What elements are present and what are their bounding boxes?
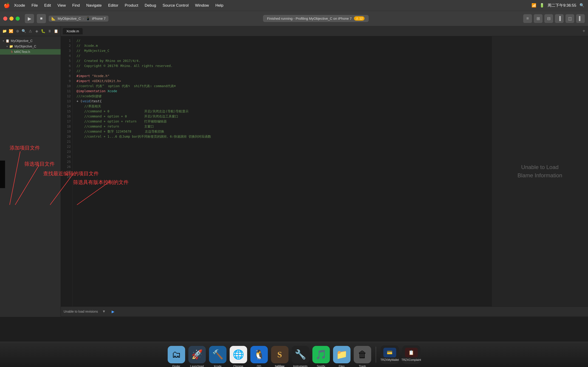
close-button[interactable] xyxy=(3,17,7,21)
blame-unable-text: Unable to Load Blame Information xyxy=(518,163,562,180)
code-line-15: @implementation Xcode xyxy=(77,89,488,94)
revision-bar: Unable to load revisions ▼ ▶ xyxy=(61,307,588,317)
code-content[interactable]: // // Xcode.m // MyObjective_C // // Cre… xyxy=(73,36,492,307)
trzxmywallet-label: TRZXMyWallet xyxy=(380,358,399,361)
debug-panel-toggle[interactable]: ◫ xyxy=(565,14,574,23)
dock-qq[interactable]: 🐧 QQ xyxy=(250,346,268,363)
code-line-22: //command + 0 开启/关闭左边(导航)导航显示 xyxy=(77,109,488,114)
menu-find[interactable]: Find xyxy=(72,3,80,8)
apple-logo-icon[interactable]: 🍎 xyxy=(4,2,10,8)
menu-xcode[interactable]: Xcode xyxy=(14,3,25,8)
dock-xcode-label: Xcode xyxy=(214,365,221,367)
run-button[interactable]: ▶ xyxy=(25,14,34,23)
dock-launchpad[interactable]: 🚀 Launchpad xyxy=(188,346,206,363)
menu-items: Xcode File Edit View Find Navigate Edito… xyxy=(14,3,224,8)
debug-navigator-icon[interactable]: 🐛 xyxy=(40,27,46,35)
trzxcomplaint-label: TRZXComplaint xyxy=(401,358,421,361)
code-line-13: //control 代表^ option 代表⌥ shift代表⇧ comman… xyxy=(77,83,488,89)
menu-navigate[interactable]: Navigate xyxy=(86,3,102,8)
breakpoint-navigator-icon[interactable]: ⏸ xyxy=(47,27,52,35)
revision-collapse-icon[interactable]: ▼ xyxy=(101,308,107,315)
menu-window[interactable]: Window xyxy=(195,3,209,8)
right-panel-toggle[interactable]: ▌ xyxy=(576,14,585,23)
dock-trzxcomplaint[interactable]: 📋 TRZXComplaint xyxy=(402,345,421,364)
code-line-2: // Xcode.m xyxy=(77,43,488,48)
menu-editor[interactable]: Editor xyxy=(108,3,118,8)
dock-trash-label: Trash xyxy=(359,365,366,367)
warning-badge[interactable]: ⚠ 12 xyxy=(354,16,364,21)
code-line-21: //界面相关 xyxy=(77,104,488,109)
search-icon[interactable]: 🔍 xyxy=(579,3,584,8)
file-tree-project[interactable]: ▾ 📋 MyObjective_C xyxy=(0,38,61,44)
code-line-5: // Created by Rhino on 2017/4/4. xyxy=(77,58,488,63)
issue-navigator-icon[interactable]: ⚠ xyxy=(27,27,33,35)
revision-action-icon[interactable]: ▶ xyxy=(110,308,116,315)
black-rect-decoration xyxy=(0,161,5,188)
status-message: Finished running - Profiling MyObjective… xyxy=(267,17,352,20)
dock-sublime[interactable]: S Sublime xyxy=(271,346,288,363)
blame-title: Unable to Load xyxy=(518,163,562,171)
symbol-navigator-icon[interactable]: ⊕ xyxy=(15,27,20,35)
version-editor-icon[interactable]: ⊟ xyxy=(544,14,553,23)
traffic-lights xyxy=(3,17,20,21)
code-line-19: + (void)test{ xyxy=(77,99,488,104)
dock-files[interactable]: 📁 Files xyxy=(333,346,351,363)
scheme-sep: › xyxy=(83,17,84,20)
add-tab-button[interactable]: + xyxy=(582,28,585,34)
code-line-18: ///xcode快捷键 xyxy=(77,94,488,99)
left-panel-toggle[interactable]: ▐ xyxy=(555,14,564,23)
menu-edit[interactable]: Edit xyxy=(44,3,51,8)
menu-debug[interactable]: Debug xyxy=(145,3,156,8)
dock-finder[interactable]: 🗂 Finder xyxy=(168,346,185,363)
file-navigator-icon[interactable]: 📁 xyxy=(2,27,7,35)
code-line-24: //command + option + return 打开辅助编辑器 xyxy=(77,119,488,124)
dock-spotify[interactable]: 🎵 Spotify xyxy=(312,346,330,363)
test-navigator-icon[interactable]: ◈ xyxy=(34,27,40,35)
project-label: MyObjective_C xyxy=(11,39,33,43)
scheme-selector[interactable]: 📐 MyObjective_C › 📱 iPhone 7 xyxy=(49,16,108,22)
menu-product[interactable]: Product xyxy=(125,3,138,8)
wifi-icon: 📶 xyxy=(531,3,536,8)
scheme-name: MyObjective_C xyxy=(58,17,81,20)
menu-file[interactable]: File xyxy=(32,3,38,8)
dock-files-label: Files xyxy=(339,365,345,367)
debug-content xyxy=(0,317,588,344)
file-tree-header[interactable]: h MRCTest.h xyxy=(0,49,61,55)
dock-trash[interactable]: 🗑 Trash xyxy=(354,346,371,363)
editor-layout-icon[interactable]: ≡ xyxy=(523,14,532,23)
revision-label: Unable to load revisions xyxy=(64,310,98,313)
menu-help[interactable]: Help xyxy=(216,3,224,8)
dock-chrome[interactable]: 🌐 Chrome xyxy=(230,346,247,363)
header-file-label: MRCTest.h xyxy=(14,50,30,54)
blame-subtitle: Blame Information xyxy=(518,171,562,180)
blame-panel: Unable to Load Blame Information xyxy=(492,36,588,307)
dock-sublime-label: Sublime xyxy=(275,365,284,367)
tab-label: Xcode.m xyxy=(66,29,79,33)
minimize-button[interactable] xyxy=(9,17,14,21)
code-editor[interactable]: 12345 678910 1112131415 1617181920 21222… xyxy=(61,36,588,307)
battery-icon: 🔋 xyxy=(540,3,544,8)
dock-xcode[interactable]: 🔨 Xcode xyxy=(209,346,226,363)
folder-label: MyObjective_C xyxy=(15,44,36,48)
assistant-editor-icon[interactable]: ⊞ xyxy=(534,14,543,23)
find-navigator-icon[interactable]: 🔍 xyxy=(21,27,27,35)
disclosure-arrow-folder-icon: ▾ xyxy=(6,45,8,48)
log-navigator-icon[interactable]: 📋 xyxy=(53,27,59,35)
maximize-button[interactable] xyxy=(16,17,20,21)
tab-xcode-m[interactable]: Xcode.m xyxy=(63,28,83,34)
code-line-23: //command + option + 0 开启/关闭右边工具窗口 xyxy=(77,114,488,119)
dock-instruments-label: Instruments xyxy=(293,365,308,367)
menu-source-control[interactable]: Source Control xyxy=(163,3,189,8)
dock-trzxmywallet[interactable]: 💳 TRZXMyWallet xyxy=(380,345,399,364)
code-line-4: // xyxy=(77,53,488,58)
file-tree-folder[interactable]: ▾ 📁 MyObjective_C xyxy=(0,44,61,49)
source-control-icon[interactable]: 🔀 xyxy=(8,27,14,35)
file-navigator-panel: ▾ 📋 MyObjective_C ▾ 📁 MyObjective_C h MR… xyxy=(0,36,61,317)
menu-view[interactable]: View xyxy=(57,3,66,8)
stop-button[interactable]: ■ xyxy=(37,14,46,23)
toolbar: ▶ ■ 📐 MyObjective_C › 📱 iPhone 7 Finishe… xyxy=(0,11,588,26)
dock-instruments[interactable]: 🔧 Instruments xyxy=(292,346,309,363)
scheme-icon: 📐 xyxy=(52,17,56,21)
menubar-right: 📶 🔋 周二下午9:36:55 🔍 xyxy=(531,3,584,8)
tab-bar: Xcode.m + xyxy=(61,26,588,36)
